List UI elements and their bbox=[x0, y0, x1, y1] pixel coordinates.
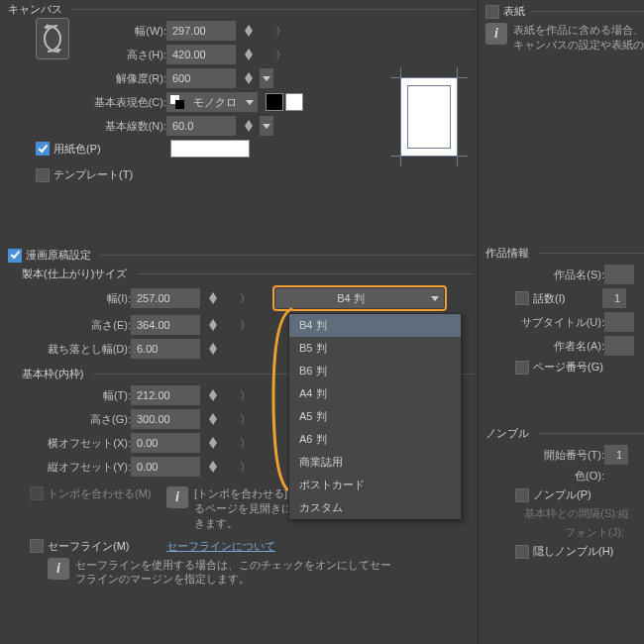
chevron-right-icon[interactable]: 〉 bbox=[240, 460, 251, 475]
width-label: 幅(W): bbox=[67, 24, 166, 39]
pagenum-checkbox[interactable] bbox=[515, 361, 529, 375]
resolution-dropdown[interactable] bbox=[260, 68, 273, 88]
preset-option[interactable]: A5 判 bbox=[289, 405, 461, 428]
work-name-input[interactable] bbox=[604, 265, 634, 284]
subtitle-input[interactable] bbox=[604, 312, 634, 332]
info-icon: i bbox=[166, 486, 188, 508]
safeline-label: セーフライン(M) bbox=[48, 539, 166, 554]
frame-group-title: 基本枠(内枠) bbox=[22, 367, 83, 381]
canvas-height-input[interactable] bbox=[166, 45, 236, 64]
finish-preset-select[interactable]: B4 判 bbox=[275, 288, 444, 308]
template-checkbox[interactable] bbox=[36, 168, 50, 182]
preset-option[interactable]: 商業誌用 bbox=[289, 451, 461, 474]
chevron-right-icon[interactable]: 〉 bbox=[240, 291, 251, 306]
colormode-select[interactable]: モノクロ bbox=[166, 92, 258, 112]
work-title: 作品情報 bbox=[485, 246, 529, 261]
info-icon: i bbox=[48, 558, 69, 580]
swatch-white[interactable] bbox=[285, 93, 303, 111]
preset-option[interactable]: ポストカード bbox=[289, 474, 461, 496]
canvas-title: キャンバス bbox=[8, 2, 62, 17]
resolution-input[interactable] bbox=[166, 68, 236, 88]
papercolor-label: 用紙色(P) bbox=[54, 142, 170, 157]
tombo-label: トンボを合わせる(M) bbox=[48, 486, 166, 501]
safeline-info: セーフラインを使用する場合は、このチェックをオンにしてセーフラインのマージンを指… bbox=[75, 558, 392, 588]
canvas-width-input[interactable] bbox=[166, 21, 236, 41]
cover-info: 表紙を作品に含める場合、キャンバスの設定や表紙の bbox=[513, 23, 644, 53]
preset-option[interactable]: B4 判 bbox=[289, 314, 461, 337]
chevron-right-icon[interactable]: 〉 bbox=[275, 24, 286, 39]
lines-dropdown[interactable] bbox=[260, 116, 273, 136]
template-label: テンプレート(T) bbox=[54, 167, 133, 182]
chevron-right-icon[interactable]: 〉 bbox=[240, 388, 251, 403]
papercolor-checkbox[interactable] bbox=[36, 142, 50, 156]
finish-width-input[interactable] bbox=[131, 288, 200, 308]
lines-input[interactable] bbox=[166, 116, 236, 136]
preset-option[interactable]: B6 判 bbox=[289, 360, 461, 382]
nombre-start-input[interactable] bbox=[604, 445, 628, 465]
preset-option[interactable]: B5 判 bbox=[289, 337, 461, 360]
tombo-checkbox[interactable] bbox=[30, 486, 44, 500]
width-stepper[interactable] bbox=[242, 21, 256, 41]
lines-label: 基本線数(N): bbox=[67, 119, 166, 134]
cover-checkbox[interactable] bbox=[485, 5, 499, 19]
height-stepper[interactable] bbox=[242, 45, 256, 64]
nombre-checkbox[interactable] bbox=[515, 488, 529, 502]
colormode-label: 基本表現色(C): bbox=[67, 95, 166, 110]
episodes-checkbox[interactable] bbox=[515, 291, 529, 305]
frame-height-input[interactable] bbox=[131, 409, 200, 429]
manga-title: 漫画原稿設定 bbox=[26, 248, 91, 263]
chevron-right-icon[interactable]: 〉 bbox=[275, 48, 286, 62]
manga-checkbox[interactable] bbox=[8, 249, 22, 263]
preset-dropdown-list[interactable]: B4 判B5 判B6 判A4 判A5 判A6 判商業誌用ポストカードカスタム bbox=[288, 313, 462, 520]
preset-option[interactable]: A6 判 bbox=[289, 428, 461, 451]
offset-y-input[interactable] bbox=[131, 457, 200, 477]
finish-group-title: 製本(仕上がり)サイズ bbox=[22, 267, 127, 281]
info-icon: i bbox=[485, 23, 507, 45]
episodes-input[interactable] bbox=[602, 288, 626, 308]
hidden-nombre-checkbox[interactable] bbox=[515, 545, 529, 559]
safeline-link[interactable]: セーフラインについて bbox=[166, 539, 275, 554]
chevron-right-icon[interactable]: 〉 bbox=[240, 318, 251, 333]
finish-height-input[interactable] bbox=[131, 315, 200, 335]
offset-x-input[interactable] bbox=[131, 433, 200, 453]
frame-width-input[interactable] bbox=[131, 385, 200, 405]
orientation-icon[interactable] bbox=[36, 18, 69, 59]
nombre-title: ノンブル bbox=[485, 426, 529, 441]
swatch-black[interactable] bbox=[266, 93, 283, 111]
author-input[interactable] bbox=[604, 336, 634, 356]
chevron-right-icon[interactable]: 〉 bbox=[240, 412, 251, 427]
papercolor-swatch[interactable] bbox=[170, 140, 250, 158]
height-label: 高さ(H): bbox=[67, 48, 166, 62]
safeline-checkbox[interactable] bbox=[30, 539, 44, 553]
resolution-label: 解像度(R): bbox=[67, 71, 166, 86]
preset-option[interactable]: カスタム bbox=[289, 496, 461, 519]
bleed-input[interactable] bbox=[131, 339, 200, 359]
preset-option[interactable]: A4 判 bbox=[289, 382, 461, 405]
cover-title: 表紙 bbox=[503, 4, 525, 19]
chevron-right-icon[interactable]: 〉 bbox=[240, 436, 251, 451]
